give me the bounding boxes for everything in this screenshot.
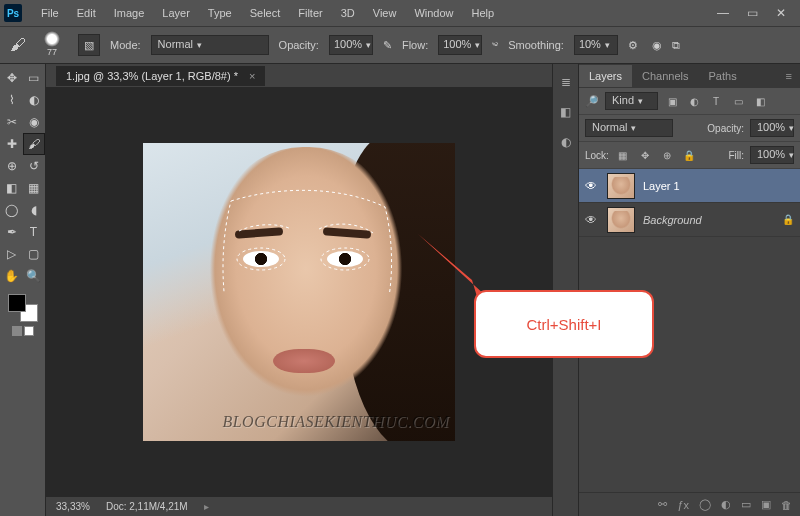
filter-adjust-icon[interactable]: ◐ (686, 94, 702, 108)
layer-row[interactable]: 👁 Layer 1 (579, 169, 800, 203)
filter-pixel-icon[interactable]: ▣ (664, 94, 680, 108)
layer-thumbnail[interactable] (607, 173, 635, 199)
lock-pixels-icon[interactable]: ▦ (615, 148, 631, 162)
shape-tool-icon[interactable]: ▢ (24, 244, 44, 264)
opacity-label: Opacity: (279, 39, 319, 51)
path-select-tool-icon[interactable]: ▷ (2, 244, 22, 264)
properties-panel-icon[interactable]: ◧ (558, 104, 574, 120)
menu-help[interactable]: Help (463, 3, 504, 23)
panel-menu-icon[interactable]: ≡ (778, 65, 800, 87)
title-bar: Ps File Edit Image Layer Type Select Fil… (0, 0, 800, 26)
menu-window[interactable]: Window (405, 3, 462, 23)
link-layers-icon[interactable]: ⚯ (658, 498, 667, 511)
crop-tool-icon[interactable]: ✂ (2, 112, 22, 132)
marquee-tool-icon[interactable]: ▭ (24, 68, 44, 88)
gradient-tool-icon[interactable]: ▦ (24, 178, 44, 198)
minimize-icon[interactable]: — (717, 6, 729, 20)
tab-close-icon[interactable]: × (249, 70, 255, 82)
filter-type-icon[interactable]: T (708, 94, 724, 108)
history-panel-icon[interactable]: ≣ (558, 74, 574, 90)
layer-fx-icon[interactable]: ƒx (677, 499, 689, 511)
color-swatch[interactable] (8, 294, 38, 322)
smoothing-label: Smoothing: (508, 39, 564, 51)
lock-artboard-icon[interactable]: ⊕ (659, 148, 675, 162)
lock-position-icon[interactable]: ✥ (637, 148, 653, 162)
history-brush-tool-icon[interactable]: ↺ (24, 156, 44, 176)
flow-label: Flow: (402, 39, 428, 51)
menu-edit[interactable]: Edit (68, 3, 105, 23)
healing-tool-icon[interactable]: ✚ (2, 134, 22, 154)
zoom-tool-icon[interactable]: 🔍 (24, 266, 44, 286)
brush-size-label: 77 (47, 47, 57, 57)
zoom-level[interactable]: 33,33% (56, 501, 90, 512)
symmetry-icon[interactable]: ⧉ (672, 39, 680, 52)
menu-3d[interactable]: 3D (332, 3, 364, 23)
new-layer-icon[interactable]: ▣ (761, 498, 771, 511)
menu-view[interactable]: View (364, 3, 406, 23)
smoothing-options-icon[interactable]: ⚙ (628, 39, 638, 52)
document-tab[interactable]: 1.jpg @ 33,3% (Layer 1, RGB/8#) * × (56, 66, 265, 86)
menu-select[interactable]: Select (241, 3, 290, 23)
lock-label: Lock: (585, 150, 609, 161)
close-icon[interactable]: ✕ (776, 6, 786, 20)
tab-channels[interactable]: Channels (632, 65, 698, 87)
doc-size[interactable]: Doc: 2,11M/4,21M (106, 501, 188, 512)
pen-tool-icon[interactable]: ✒ (2, 222, 22, 242)
menu-filter[interactable]: Filter (289, 3, 331, 23)
quick-select-tool-icon[interactable]: ◐ (24, 90, 44, 110)
filter-smart-icon[interactable]: ◧ (752, 94, 768, 108)
layer-mask-icon[interactable]: ◯ (699, 498, 711, 511)
lock-all-icon[interactable]: 🔒 (681, 148, 697, 162)
blur-tool-icon[interactable]: ◯ (2, 200, 22, 220)
smoothing-input[interactable]: 10% (574, 35, 618, 55)
adjustment-layer-icon[interactable]: ◐ (721, 498, 731, 511)
hand-tool-icon[interactable]: ✋ (2, 266, 22, 286)
layer-name[interactable]: Background (643, 214, 702, 226)
brush-preset-picker[interactable]: 77 (36, 31, 68, 59)
annotation-callout: Ctrl+Shift+I (474, 290, 654, 358)
maximize-icon[interactable]: ▭ (747, 6, 758, 20)
menu-type[interactable]: Type (199, 3, 241, 23)
tab-paths[interactable]: Paths (699, 65, 747, 87)
mode-label: Mode: (110, 39, 141, 51)
eraser-tool-icon[interactable]: ◧ (2, 178, 22, 198)
layer-thumbnail[interactable] (607, 207, 635, 233)
quick-mask-toggle[interactable] (12, 326, 34, 336)
menu-image[interactable]: Image (105, 3, 154, 23)
menu-layer[interactable]: Layer (153, 3, 199, 23)
brush-tool-icon[interactable]: 🖌 (24, 134, 44, 154)
pressure-size-icon[interactable]: ◉ (652, 39, 662, 52)
canvas[interactable]: BLOGCHIASEKIENTHUC.COM (143, 143, 455, 441)
menu-file[interactable]: File (32, 3, 68, 23)
visibility-toggle-icon[interactable]: 👁 (585, 179, 599, 193)
lasso-tool-icon[interactable]: ⌇ (2, 90, 22, 110)
dodge-tool-icon[interactable]: ◖ (24, 200, 44, 220)
pressure-opacity-icon[interactable]: ✎ (383, 39, 392, 52)
opacity-input[interactable]: 100% (329, 35, 373, 55)
filter-shape-icon[interactable]: ▭ (730, 94, 746, 108)
stamp-tool-icon[interactable]: ⊕ (2, 156, 22, 176)
layer-opacity-label: Opacity: (707, 123, 744, 134)
visibility-toggle-icon[interactable]: 👁 (585, 213, 599, 227)
group-icon[interactable]: ▭ (741, 498, 751, 511)
layer-opacity-input[interactable]: 100% (750, 119, 794, 137)
delete-layer-icon[interactable]: 🗑 (781, 499, 792, 511)
layer-row[interactable]: 👁 Background 🔒 (579, 203, 800, 237)
layer-blend-mode-select[interactable]: Normal (585, 119, 673, 137)
airbrush-icon[interactable]: ༄ (492, 39, 498, 51)
eyedropper-tool-icon[interactable]: ◉ (24, 112, 44, 132)
flow-input[interactable]: 100% (438, 35, 482, 55)
layer-fill-input[interactable]: 100% (750, 146, 794, 164)
foreground-color-icon[interactable] (8, 294, 26, 312)
layer-name[interactable]: Layer 1 (643, 180, 680, 192)
filter-type-select[interactable]: Kind (605, 92, 658, 110)
adjustments-panel-icon[interactable]: ◐ (558, 134, 574, 150)
move-tool-icon[interactable]: ✥ (2, 68, 22, 88)
brush-panel-toggle-icon[interactable]: ▧ (78, 34, 100, 56)
tool-preset-icon[interactable]: 🖌 (10, 36, 26, 54)
tab-layers[interactable]: Layers (579, 65, 632, 87)
status-caret-icon[interactable]: ▸ (204, 501, 209, 512)
blend-mode-select[interactable]: Normal (151, 35, 269, 55)
type-tool-icon[interactable]: T (24, 222, 44, 242)
fill-label: Fill: (728, 150, 744, 161)
